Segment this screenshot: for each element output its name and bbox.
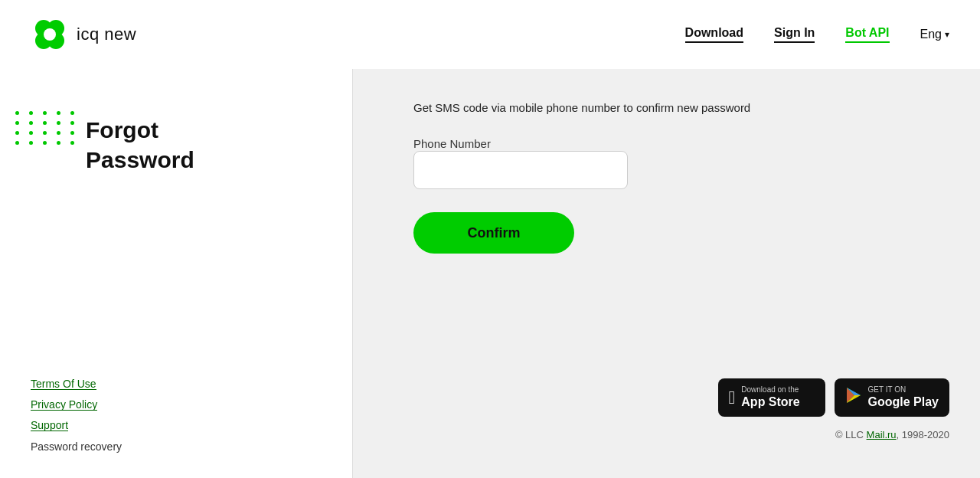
confirm-button[interactable]: Confirm: [413, 212, 574, 254]
main-content: Get SMS code via mobile phone number to …: [413, 100, 934, 254]
dot: [57, 121, 60, 125]
copyright-text: © LLC Mail.ru, 1998-2020: [835, 429, 949, 440]
dot: [57, 131, 60, 135]
signin-link[interactable]: Sign In: [774, 26, 815, 43]
dot: [43, 141, 47, 145]
dot: [70, 121, 74, 125]
app-store-subtitle: Download on the: [741, 386, 799, 394]
main-nav: Download Sign In Bot API Eng ▾: [685, 26, 949, 43]
phone-number-label: Phone Number: [413, 137, 491, 150]
app-store-title: App Store: [741, 395, 799, 409]
dot: [29, 111, 33, 115]
dot: [70, 131, 74, 135]
logo-text: icq new: [77, 25, 136, 44]
dot: [57, 141, 60, 145]
google-play-icon: [845, 387, 862, 408]
language-selector[interactable]: Eng ▾: [920, 28, 949, 41]
dot: [43, 121, 47, 125]
dot: [15, 111, 19, 115]
dot: [15, 131, 19, 135]
footer-links: Terms Of Use Privacy Policy Support Pass…: [31, 378, 122, 453]
dot: [29, 131, 33, 135]
apple-icon: : [729, 387, 736, 408]
logo-area: icq new: [31, 15, 136, 54]
sms-description: Get SMS code via mobile phone number to …: [413, 100, 934, 116]
dot: [15, 141, 19, 145]
lang-label: Eng: [920, 28, 942, 41]
svg-point-4: [44, 28, 56, 41]
google-play-subtitle: GET IT ON: [868, 386, 939, 394]
mail-ru-link[interactable]: Mail.ru: [867, 429, 897, 440]
google-play-button[interactable]: GET IT ON Google Play: [835, 378, 949, 417]
botapi-link[interactable]: Bot API: [845, 26, 889, 43]
dot: [57, 111, 60, 115]
store-buttons:  Download on the App Store: [718, 378, 949, 417]
forgot-password-heading: Forgot Password: [86, 115, 194, 175]
dot: [70, 141, 74, 145]
dot: [43, 131, 47, 135]
app-store-button[interactable]:  Download on the App Store: [718, 378, 825, 417]
google-play-title: Google Play: [868, 395, 939, 409]
download-link[interactable]: Download: [685, 26, 743, 43]
google-play-text: GET IT ON Google Play: [868, 386, 939, 409]
footer: Terms Of Use Privacy Policy Support Pass…: [0, 355, 980, 478]
phone-input[interactable]: [413, 151, 628, 189]
chevron-down-icon: ▾: [945, 29, 949, 40]
dot: [43, 111, 47, 115]
privacy-policy-link[interactable]: Privacy Policy: [31, 399, 97, 411]
dot: [15, 121, 19, 125]
terms-of-use-link[interactable]: Terms Of Use: [31, 378, 96, 390]
dot: [29, 141, 33, 145]
dot: [70, 111, 74, 115]
header: icq new Download Sign In Bot API Eng ▾: [0, 0, 980, 69]
dot-grid-decoration: [15, 111, 78, 145]
dot: [29, 121, 33, 125]
support-link[interactable]: Support: [31, 420, 68, 431]
icq-logo-icon: [31, 15, 69, 54]
app-store-text: Download on the App Store: [741, 386, 799, 409]
password-recovery-link: Password recovery: [31, 440, 122, 453]
footer-right:  Download on the App Store: [718, 378, 949, 440]
